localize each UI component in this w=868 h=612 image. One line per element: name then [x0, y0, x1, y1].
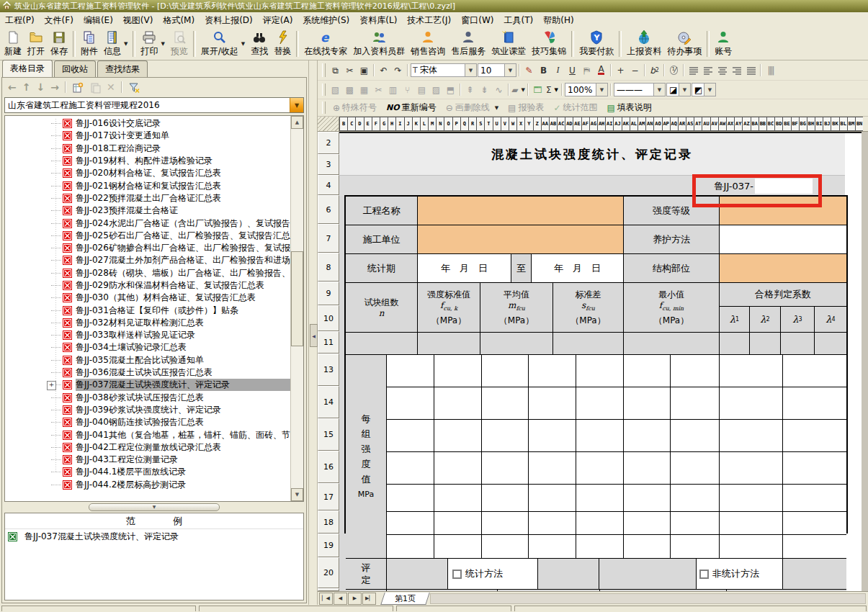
format-painter-button[interactable]: ✎ [522, 63, 536, 77]
eval-statistical-method[interactable]: 统计方法 [448, 559, 538, 590]
row-number[interactable]: 11 [318, 331, 339, 354]
classroom-button[interactable]: 筑业课堂 [488, 28, 529, 60]
field-construction-unit[interactable] [418, 225, 624, 254]
grid-cell[interactable] [434, 355, 482, 387]
todo-button[interactable]: 待办事项 [664, 28, 704, 60]
row-number[interactable]: 3 [318, 154, 339, 175]
grid-cell[interactable] [529, 387, 576, 420]
grid-cell[interactable] [783, 355, 846, 387]
column-width-button[interactable]: |||| [764, 63, 777, 77]
tree-item[interactable]: 鲁JJ-023预拌混凝土合格证 [5, 204, 290, 217]
tree-item[interactable]: 鲁JJ-021钢材合格证和复试报告汇总表 [5, 179, 290, 192]
stat-value-cell[interactable] [815, 333, 846, 355]
grid-cell[interactable] [529, 355, 576, 387]
table-lock-button[interactable]: ⬒ [444, 83, 457, 96]
paste-button[interactable]: ▣ [357, 63, 371, 77]
grid-cell[interactable] [671, 452, 720, 485]
grid-cell[interactable] [576, 387, 624, 420]
grid-cell[interactable] [624, 420, 671, 452]
horizontal-scrollbar[interactable] [430, 593, 866, 604]
grid-cell[interactable] [720, 535, 783, 559]
move-right-button[interactable]: → [50, 81, 59, 93]
fill-color-button[interactable]: ▰▼ [511, 83, 525, 96]
horizontal-splitter[interactable]: ▼ [2, 502, 306, 513]
row-number-gutter[interactable]: 234678910111314151617181920 [318, 132, 339, 591]
first-page-icon[interactable]: ▏◀ [319, 593, 333, 605]
renumber-button[interactable]: NO重新编号 [382, 101, 441, 115]
grid-cell[interactable] [529, 420, 576, 452]
special-symbol-button[interactable]: ⊕特殊符号 [328, 101, 381, 115]
chevron-down-icon[interactable]: ▼ [124, 41, 127, 47]
table-shade-button[interactable]: ▦ [357, 83, 371, 96]
tree-item[interactable]: 鲁JJ-031合格证【复印件（或抄件）】贴条 [5, 304, 290, 316]
menu-item[interactable]: 视图(V) [118, 12, 158, 29]
grid-cell[interactable] [529, 535, 576, 559]
grid-cell[interactable] [576, 355, 624, 387]
copy-button[interactable]: ⧉ [328, 63, 342, 77]
row-number[interactable]: 14 [318, 386, 339, 418]
align-center-button[interactable] [715, 63, 729, 77]
print-button[interactable]: 打印▼ [138, 28, 167, 60]
font-select[interactable]: T宋体▼ [411, 63, 477, 77]
vertical-splitter[interactable]: ◀ [308, 60, 318, 605]
after-sales-button[interactable]: 售后服务 [448, 28, 488, 60]
tree-item[interactable]: 鲁JJ-026矿物掺合料出厂合格证、出厂检验报告、复试报告汇总表 [5, 242, 290, 254]
attachment-button[interactable]: 附件 [78, 28, 101, 60]
chevron-down-icon[interactable]: ▼ [679, 84, 690, 96]
tab-查找结果[interactable]: 查找结果 [97, 60, 148, 77]
eval-cell[interactable] [783, 559, 846, 590]
tree-item[interactable]: 鲁JJ-022预拌混凝土出厂合格证汇总表 [5, 192, 290, 204]
grid-cell[interactable] [671, 535, 720, 559]
tree-item[interactable]: 鲁JJ-039砂浆试块强度统计、评定记录 [5, 404, 290, 416]
table-branch-button[interactable]: ⑂ [401, 83, 414, 96]
tree-item[interactable]: 鲁JJ-019材料、构配件进场检验记录 [5, 155, 290, 167]
tree-item[interactable]: 鲁JJ-024水泥出厂合格证（含出厂试验报告）、复试报告汇总表 [5, 217, 290, 229]
grid-cell[interactable] [576, 452, 624, 485]
line-style-select[interactable]: ———▼ [614, 83, 666, 96]
row-number[interactable]: 7 [318, 224, 339, 253]
tab-回收站[interactable]: 回收站 [54, 60, 96, 77]
paste-form-button[interactable] [89, 81, 101, 94]
grid-cell[interactable] [720, 485, 783, 512]
move-down-button[interactable]: ↓ [36, 81, 45, 93]
grid-cell[interactable] [576, 420, 624, 452]
line-spacing-decrease-button[interactable]: ⇟ [478, 83, 491, 96]
grid-cell[interactable] [624, 355, 671, 387]
link-button[interactable]: ∿ [492, 83, 506, 96]
table-split-button[interactable]: ✂ [372, 83, 385, 96]
tree-item[interactable]: 鲁JJ-044.1楼层平面放线记录 [5, 466, 290, 478]
chevron-down-icon[interactable]: ▼ [504, 64, 516, 76]
grid-cell[interactable] [624, 485, 671, 512]
menu-item[interactable]: 工具(T) [499, 12, 539, 29]
tree-item[interactable]: 鲁JJ-020材料合格证、复试报告汇总表 [5, 167, 290, 179]
menu-item[interactable]: 工程(P) [0, 12, 40, 29]
non-statistical-method-checkbox[interactable] [699, 570, 709, 579]
delete-form-button[interactable]: ✕ [107, 81, 115, 93]
grid-cell[interactable] [434, 452, 482, 485]
tree-item[interactable]: 鲁JJ-036混凝土试块试压报告汇总表 [5, 366, 290, 379]
field-structure-part[interactable] [720, 254, 846, 283]
grid-cell[interactable] [720, 452, 783, 485]
fraction-button[interactable]: ⅟ [667, 63, 681, 77]
field-date-start[interactable]: 年 月 日 [418, 254, 511, 283]
menu-item[interactable]: 系统维护(S) [297, 12, 354, 29]
align-left-button[interactable] [701, 63, 715, 77]
grid-cell[interactable] [434, 535, 482, 559]
tree-item[interactable]: 鲁JJ-034土壤试验记录汇总表 [5, 341, 290, 354]
grid-cell[interactable] [624, 452, 671, 485]
page-tab[interactable]: 第1页 [380, 593, 430, 605]
stat-value-cell[interactable] [720, 333, 750, 355]
replace-button[interactable]: 替换 [271, 28, 294, 60]
grid-cell[interactable] [624, 387, 671, 420]
grid-cell[interactable] [434, 387, 482, 420]
upload-button[interactable]: 上报资料 [624, 28, 664, 60]
table-insert-cell-button[interactable]: ▧ [328, 83, 342, 96]
grid-cell[interactable] [783, 420, 846, 452]
field-project-name[interactable] [418, 197, 624, 225]
grid-cell[interactable] [434, 485, 482, 512]
align-justify-button[interactable] [686, 63, 700, 77]
grid-cell[interactable] [529, 485, 576, 512]
menu-item[interactable]: 文件(F) [40, 12, 79, 29]
info-button[interactable]: 信息▼ [101, 28, 130, 60]
row-number[interactable]: 15 [318, 418, 339, 451]
